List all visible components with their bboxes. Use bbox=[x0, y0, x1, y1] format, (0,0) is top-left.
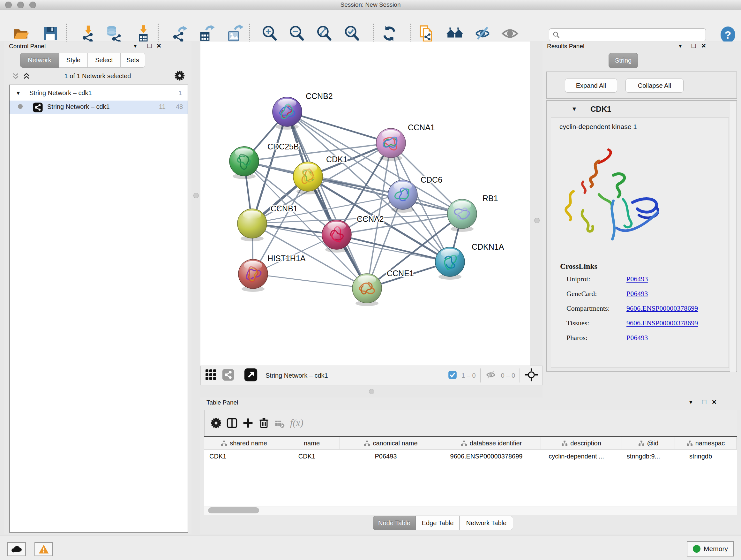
warnings-button[interactable] bbox=[35, 542, 53, 556]
crosslink-value-link[interactable]: 9606.ENSP00000378699 bbox=[626, 304, 698, 313]
node-CDC25B[interactable] bbox=[229, 146, 259, 179]
table-panel-close-icon[interactable] bbox=[712, 398, 717, 406]
table-horizontal-scrollbar-thumb[interactable] bbox=[208, 507, 259, 513]
save-session-icon[interactable] bbox=[41, 24, 60, 43]
column-header-shared-name[interactable]: shared name bbox=[204, 437, 284, 449]
node-CDKN1A[interactable] bbox=[435, 247, 465, 280]
export-image-icon[interactable] bbox=[226, 24, 244, 43]
tab-network[interactable]: Network bbox=[20, 53, 59, 68]
collection-expand-icon[interactable] bbox=[17, 89, 20, 97]
tab-node-table[interactable]: Node Table bbox=[373, 516, 416, 530]
add-column-icon[interactable] bbox=[242, 417, 254, 430]
crosslink-value-link[interactable]: P06493 bbox=[626, 334, 648, 342]
table-cell[interactable]: CDK1 bbox=[204, 449, 279, 463]
show-columns-icon[interactable] bbox=[226, 417, 238, 430]
crosslink-value-link[interactable]: P06493 bbox=[626, 275, 648, 283]
network-row-selected[interactable]: String Network – cdk1 11 48 bbox=[10, 101, 188, 114]
grid-view-icon[interactable] bbox=[205, 368, 217, 382]
zoom-out-icon[interactable] bbox=[287, 24, 306, 43]
table-panel-collapse-icon[interactable] bbox=[689, 398, 692, 406]
crosshair-icon[interactable] bbox=[524, 368, 538, 383]
left-splitter-handle[interactable] bbox=[193, 193, 199, 198]
delete-column-trash-icon[interactable] bbox=[258, 417, 270, 430]
selected-nodes-checkbox-icon[interactable] bbox=[448, 370, 457, 381]
table-cell[interactable]: cyclin-dependent ... bbox=[536, 449, 617, 463]
results-panel-collapse-icon[interactable] bbox=[679, 42, 682, 50]
network-share-icon[interactable] bbox=[222, 368, 234, 382]
control-panel-close-icon[interactable] bbox=[156, 42, 161, 50]
memory-button[interactable]: Memory bbox=[687, 541, 734, 557]
column-header-database-identifier[interactable]: database identifier bbox=[442, 437, 541, 449]
zoom-in-icon[interactable] bbox=[260, 24, 279, 43]
zoom-fit-icon[interactable] bbox=[315, 24, 333, 43]
export-network-icon[interactable] bbox=[170, 24, 189, 43]
table-cell[interactable]: stringdb:9... bbox=[617, 449, 670, 463]
node-HIST1H1A[interactable] bbox=[239, 259, 268, 292]
expand-all-button[interactable]: Expand All bbox=[565, 78, 617, 92]
delete-table-icon[interactable] bbox=[274, 419, 285, 431]
results-panel-float-icon[interactable] bbox=[691, 42, 696, 50]
column-header-description[interactable]: description bbox=[541, 437, 622, 449]
table-cell[interactable]: CDK1 bbox=[279, 449, 335, 463]
network-graph[interactable]: CCNB2CCNA1CDC25BCDK1CDC6RB1CCNB1CCNA2CDK… bbox=[200, 42, 530, 366]
column-header-name[interactable]: name bbox=[284, 437, 340, 449]
table-cell[interactable]: P06493 bbox=[335, 449, 437, 463]
node-CCNE1[interactable] bbox=[352, 273, 382, 306]
table-cell[interactable]: stringdb bbox=[670, 449, 731, 463]
crosslink-value-link[interactable]: 9606.ENSP00000378699 bbox=[626, 319, 698, 327]
node-CCNA2[interactable] bbox=[322, 220, 351, 253]
column-header-namespac[interactable]: namespac bbox=[675, 437, 737, 449]
network-collection-row[interactable]: String Network – cdk1 1 bbox=[10, 87, 188, 101]
column-header-canonical-name[interactable]: canonical name bbox=[340, 437, 442, 449]
tab-string[interactable]: String bbox=[609, 53, 638, 68]
table-panel-float-icon[interactable] bbox=[702, 398, 706, 406]
export-table-icon[interactable] bbox=[197, 24, 215, 43]
tab-select[interactable]: Select bbox=[88, 53, 120, 68]
node-CCNA1[interactable] bbox=[376, 128, 406, 161]
control-panel-collapse-icon[interactable] bbox=[134, 42, 137, 50]
import-network-file-icon[interactable] bbox=[79, 24, 97, 43]
network-status-dot bbox=[18, 104, 23, 109]
cloud-status-button[interactable] bbox=[7, 542, 26, 556]
protein-collapse-icon[interactable] bbox=[572, 105, 576, 113]
right-splitter-handle[interactable] bbox=[534, 218, 540, 223]
collapse-all-button[interactable]: Collapse All bbox=[625, 78, 684, 92]
horizontal-splitter-handle[interactable] bbox=[369, 389, 374, 394]
tab-sets[interactable]: Sets bbox=[120, 53, 145, 68]
edge-CCNB2-CCNA1[interactable] bbox=[287, 112, 391, 143]
hidden-eye-icon[interactable] bbox=[485, 369, 496, 382]
node-CCNB1[interactable] bbox=[238, 209, 267, 241]
results-vertical-scrollbar[interactable] bbox=[730, 102, 736, 372]
home-icon[interactable] bbox=[446, 24, 464, 43]
edge-CCNE1-HIST1H1A[interactable] bbox=[253, 274, 367, 288]
birds-eye-view-icon[interactable] bbox=[244, 368, 258, 383]
tab-edge-table[interactable]: Edge Table bbox=[416, 516, 460, 530]
show-all-eye-icon[interactable] bbox=[501, 24, 519, 43]
table-cell[interactable]: 9606.ENSP00000378699 bbox=[437, 449, 536, 463]
tab-network-table[interactable]: Network Table bbox=[460, 516, 513, 530]
network-canvas[interactable]: CCNB2CCNA1CDC25BCDK1CDC6RB1CCNB1CCNA2CDK… bbox=[200, 42, 530, 366]
refresh-icon[interactable] bbox=[380, 24, 399, 43]
open-session-icon[interactable] bbox=[12, 24, 30, 43]
search-box[interactable] bbox=[549, 28, 706, 41]
network-options-gear-icon[interactable] bbox=[174, 70, 185, 82]
selected-counts: 1 – 0 bbox=[461, 372, 475, 379]
search-input[interactable] bbox=[560, 31, 705, 39]
import-network-database-icon[interactable] bbox=[105, 24, 123, 43]
duplicate-network-icon[interactable] bbox=[417, 24, 435, 43]
import-table-file-icon[interactable] bbox=[134, 24, 152, 43]
column-header--id[interactable]: @id bbox=[622, 437, 675, 449]
table-horizontal-scrollbar[interactable] bbox=[204, 506, 737, 515]
control-panel-float-icon[interactable] bbox=[147, 42, 151, 50]
tab-style[interactable]: Style bbox=[59, 53, 88, 68]
crosslink-value-link[interactable]: P06493 bbox=[626, 290, 648, 298]
results-panel-close-icon[interactable] bbox=[701, 42, 706, 50]
table-settings-gear-icon[interactable] bbox=[210, 417, 222, 430]
help-button[interactable]: ? bbox=[721, 26, 735, 43]
table-row[interactable]: CDK1CDK1P064939606.ENSP00000378699cyclin… bbox=[204, 449, 737, 463]
node-CDC6[interactable] bbox=[388, 180, 417, 212]
hide-selected-eye-icon[interactable] bbox=[473, 24, 492, 43]
zoom-selected-icon[interactable] bbox=[343, 24, 361, 43]
function-builder-icon[interactable]: f(x) bbox=[290, 417, 304, 428]
node-RB1[interactable] bbox=[448, 199, 477, 232]
